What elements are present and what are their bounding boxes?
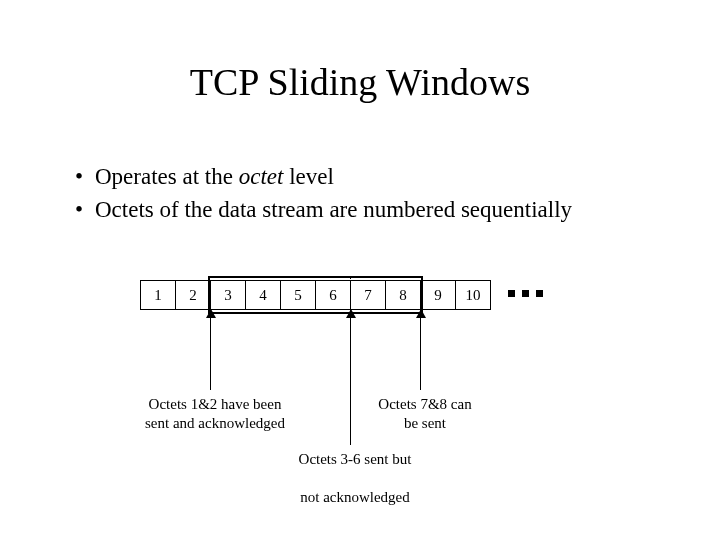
octet-cell: 2 [175, 280, 211, 310]
bullet-marker: • [75, 193, 95, 226]
bullet-text: Operates at the octet level [95, 160, 334, 193]
octet-cell: 10 [455, 280, 491, 310]
slide-title: TCP Sliding Windows [0, 60, 720, 104]
caption-middle: Octets 3-6 sent but not acknowledged [280, 450, 430, 506]
text-fragment: Octets of the data stream are numbered s… [95, 197, 572, 222]
octet-cell: 8 [385, 280, 421, 310]
ellipsis-icon [508, 290, 543, 297]
arrow-left [210, 310, 211, 390]
octet-cell: 3 [210, 280, 246, 310]
octet-cell: 6 [315, 280, 351, 310]
octet-cell: 9 [420, 280, 456, 310]
caption-right: Octets 7&8 can be sent [365, 395, 485, 433]
sliding-window-diagram: 12345678910 Octets 1&2 have been sent an… [140, 280, 580, 310]
caption-left: Octets 1&2 have been sent and acknowledg… [135, 395, 295, 433]
text-fragment: Operates at the [95, 164, 239, 189]
arrow-right [420, 310, 421, 390]
caption-line: be sent [404, 415, 446, 431]
bullet-item: • Operates at the octet level [75, 160, 572, 193]
octet-cell: 7 [350, 280, 386, 310]
bullet-item: • Octets of the data stream are numbered… [75, 193, 572, 226]
arrow-middle [350, 310, 351, 445]
slide: TCP Sliding Windows • Operates at the oc… [0, 0, 720, 540]
bullet-marker: • [75, 160, 95, 193]
octet-cell: 4 [245, 280, 281, 310]
text-fragment: level [283, 164, 333, 189]
caption-line: Octets 7&8 can [378, 396, 471, 412]
caption-line: not acknowledged [300, 489, 410, 505]
octet-cell: 1 [140, 280, 176, 310]
bullet-text: Octets of the data stream are numbered s… [95, 193, 572, 226]
bullet-list: • Operates at the octet level • Octets o… [75, 160, 572, 227]
caption-line: sent and acknowledged [145, 415, 285, 431]
text-emphasis: octet [239, 164, 284, 189]
caption-line: Octets 1&2 have been [149, 396, 282, 412]
caption-line: Octets 3-6 sent but [299, 451, 412, 467]
octet-cell: 5 [280, 280, 316, 310]
